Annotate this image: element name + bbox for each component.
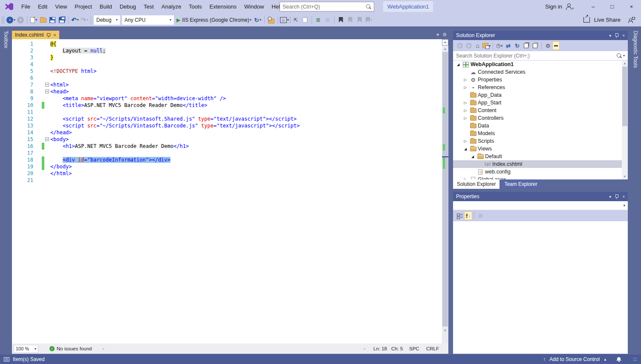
copy-button[interactable] [301, 15, 309, 25]
se-properties-pages-button[interactable] [531, 41, 539, 50]
code-line-17[interactable]: 17 [12, 150, 442, 156]
menu-project[interactable]: Project [71, 0, 95, 13]
code-line-3[interactable]: 3} [12, 54, 442, 61]
tree-scrollbar[interactable]: ▲ ▼ [622, 61, 628, 179]
expander-icon[interactable]: ▷ [462, 108, 469, 113]
expander-icon[interactable]: ▷ [462, 78, 469, 82]
code-line-10[interactable]: 10 <title>ASP.NET MVC5 Barcode Reader De… [12, 102, 442, 109]
editor-vertical-scrollbar[interactable]: ÷ ▲ ▼ [442, 39, 448, 344]
clear-bookmarks-button[interactable]: ▾ [365, 15, 373, 25]
tree-item-app-data[interactable]: App_Data [453, 91, 628, 99]
solution-platform-dropdown[interactable]: Any CPU▾ [122, 15, 174, 25]
issues-status[interactable]: No issues found [57, 346, 92, 351]
code-line-21[interactable]: 21 [12, 177, 442, 184]
tree-item-scripts[interactable]: ▷Scripts [453, 137, 628, 145]
editor-horizontal-scrollbar[interactable]: ◂▸ [92, 347, 373, 351]
menu-window[interactable]: Window [240, 0, 268, 13]
refresh-button[interactable]: ↻▾ [254, 15, 262, 25]
tree-item-content[interactable]: ▷Content [453, 107, 628, 114]
menu-extensions[interactable]: Extensions [205, 0, 240, 13]
pin-tab-icon[interactable] [46, 33, 50, 38]
tree-item-connected-services[interactable]: ☁Connected Services [453, 68, 628, 76]
menu-test[interactable]: Test [140, 0, 158, 13]
code-line-6[interactable]: 6 [12, 75, 442, 81]
code-line-11[interactable]: 11 [12, 109, 442, 116]
new-project-button[interactable]: ✦▾ [29, 15, 38, 25]
save-button[interactable] [48, 15, 57, 25]
code-line-2[interactable]: 2 Layout = null; [12, 47, 442, 54]
bottom-tab-team-explorer[interactable]: Team Explorer [500, 179, 541, 189]
feedback-icon[interactable] [628, 17, 635, 23]
sign-in-button[interactable]: Sign in [545, 3, 562, 10]
source-control-menu-icon[interactable]: ▲ [603, 358, 607, 361]
start-debugging-button[interactable]: ▶IIS Express (Google Chrome)▾ [175, 15, 253, 25]
active-files-dropdown-icon[interactable]: ▾ [437, 32, 439, 38]
menu-build[interactable]: Build [96, 0, 116, 13]
resize-grip[interactable] [633, 357, 637, 361]
cursor-column-indicator[interactable]: Ch: 5 [391, 346, 409, 351]
code-line-9[interactable]: 9 <meta name="viewport" content="width=d… [12, 95, 442, 102]
open-file-button[interactable] [39, 15, 47, 25]
close-tab-icon[interactable]: × [53, 32, 56, 38]
panel-menu-icon[interactable]: ▾ [609, 33, 611, 38]
se-forward-button[interactable]: › [465, 41, 473, 50]
code-line-12[interactable]: 12 <script src="~/Scripts/Vintasoft.Shar… [12, 116, 442, 122]
navigate-back-button[interactable]: ‹▾ [6, 15, 15, 25]
tree-item-properties[interactable]: ▷⚙Properties [453, 76, 628, 84]
space-mode-indicator[interactable]: SPC [409, 346, 426, 351]
menu-file[interactable]: File [17, 0, 34, 13]
expander-icon[interactable]: ◢ [455, 63, 462, 66]
code-line-13[interactable]: 13 <script src="~/Scripts/Vintasoft.Barc… [12, 122, 442, 129]
tree-item-index-cshtml[interactable]: [@]Index.cshtml [453, 160, 628, 168]
properties-title-bar[interactable]: Properties ▾ × [453, 192, 628, 201]
se-back-button[interactable]: ‹ [456, 41, 464, 50]
se-search-dropdown-icon[interactable]: ▾ [623, 54, 625, 58]
undo-button[interactable]: ↶▾ [71, 15, 79, 25]
code-line-16[interactable]: 16 <h1>ASP.NET MVC5 Barcode Reader Demo<… [12, 143, 442, 150]
tree-item-references[interactable]: ▷▪▪References [453, 84, 628, 91]
cursor-line-indicator[interactable]: Ln: 18 [373, 346, 391, 351]
split-editor-handle[interactable]: ÷ [442, 39, 448, 46]
code-editor[interactable]: 1@{2 Layout = null;3}45<!DOCTYPE html>67… [12, 39, 442, 344]
properties-menu-icon[interactable]: ▾ [609, 194, 611, 199]
tree-item-webapplication1[interactable]: ◢WebApplication1 [453, 61, 628, 68]
menu-edit[interactable]: Edit [34, 0, 51, 13]
outdent-button[interactable]: ≣ [323, 15, 332, 25]
code-line-18[interactable]: 18 <div id="barcodeInformation"></div> [12, 156, 442, 163]
add-to-source-control-button[interactable]: Add to Source Control [549, 356, 600, 362]
find-in-files-button[interactable] [267, 15, 275, 25]
expander-icon[interactable]: ◢ [469, 155, 476, 159]
solution-explorer-search-box[interactable]: ▾ [453, 51, 628, 61]
toolbar-grip-2[interactable] [289, 17, 291, 23]
redo-button[interactable]: ↷▾ [80, 15, 89, 25]
code-line-8[interactable]: 8−<head> [12, 88, 442, 95]
maximize-button[interactable]: □ [603, 0, 622, 13]
scroll-down-arrow[interactable]: ▼ [442, 329, 448, 332]
solution-explorer-search-input[interactable] [456, 53, 616, 59]
code-line-5[interactable]: 5<!DOCTYPE html> [12, 68, 442, 75]
code-line-20[interactable]: 20</html> [12, 170, 442, 177]
close-button[interactable]: × [622, 0, 641, 13]
properties-categorized-button[interactable] [456, 211, 464, 220]
go-to-button[interactable]: ⇱ [292, 15, 300, 25]
navigate-forward-button[interactable]: › [16, 15, 25, 25]
se-sync-active-document-button[interactable]: ⇄ [504, 41, 512, 50]
bottom-tab-solution-explorer[interactable]: Solution Explorer [453, 179, 500, 189]
properties-alphabetical-button[interactable]: AZ↓ [464, 211, 472, 220]
properties-object-dropdown[interactable]: ▾ [453, 201, 628, 210]
expander-icon[interactable]: ▷ [462, 116, 469, 120]
properties-close-icon[interactable]: × [622, 194, 625, 199]
menu-analyze[interactable]: Analyze [158, 0, 185, 13]
line-ending-indicator[interactable]: CRLF [426, 346, 444, 351]
tree-item-models[interactable]: Models [453, 130, 628, 137]
code-line-15[interactable]: 15−<body> [12, 136, 442, 143]
code-line-1[interactable]: 1@{ [12, 40, 442, 47]
toolbar-grip[interactable] [1, 16, 5, 24]
expander-icon[interactable]: ◢ [462, 147, 469, 151]
code-line-14[interactable]: 14</head> [12, 129, 442, 136]
se-show-all-files-wrench-icon[interactable]: ⚙ [544, 41, 552, 50]
properties-pin-icon[interactable] [615, 194, 618, 199]
minimize-button[interactable]: – [583, 0, 603, 13]
tab-index-cshtml[interactable]: Index.cshtml × [12, 31, 59, 39]
panel-pin-icon[interactable] [615, 33, 618, 38]
